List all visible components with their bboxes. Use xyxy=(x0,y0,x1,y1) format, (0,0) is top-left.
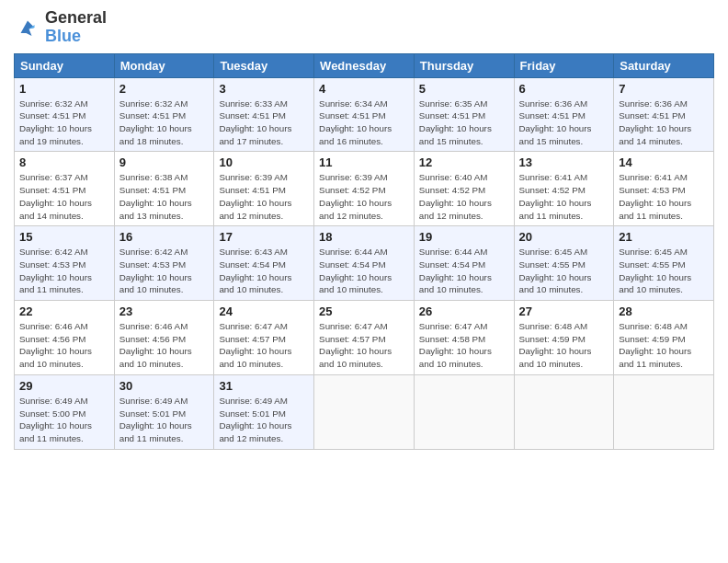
day-number: 3 xyxy=(219,82,309,96)
day-number: 27 xyxy=(519,304,609,318)
day-number: 22 xyxy=(19,304,109,318)
calendar-cell: 28Sunrise: 6:48 AM Sunset: 4:59 PM Dayli… xyxy=(614,301,714,375)
calendar-cell: 1Sunrise: 6:32 AM Sunset: 4:51 PM Daylig… xyxy=(15,77,115,152)
calendar-cell: 2Sunrise: 6:32 AM Sunset: 4:51 PM Daylig… xyxy=(114,77,214,152)
day-number: 7 xyxy=(619,82,709,96)
calendar-cell: 9Sunrise: 6:38 AM Sunset: 4:51 PM Daylig… xyxy=(114,152,214,226)
day-info: Sunrise: 6:48 AM Sunset: 4:59 PM Dayligh… xyxy=(519,320,609,371)
calendar-week-row: 22Sunrise: 6:46 AM Sunset: 4:56 PM Dayli… xyxy=(15,301,714,375)
calendar-cell: 10Sunrise: 6:39 AM Sunset: 4:51 PM Dayli… xyxy=(214,152,314,226)
day-info: Sunrise: 6:41 AM Sunset: 4:53 PM Dayligh… xyxy=(619,171,709,222)
day-info: Sunrise: 6:47 AM Sunset: 4:58 PM Dayligh… xyxy=(419,320,509,371)
calendar-cell: 20Sunrise: 6:45 AM Sunset: 4:55 PM Dayli… xyxy=(514,226,614,301)
calendar-cell xyxy=(514,374,614,449)
calendar-header-row: SundayMondayTuesdayWednesdayThursdayFrid… xyxy=(15,53,714,77)
calendar-cell xyxy=(414,374,514,449)
day-info: Sunrise: 6:45 AM Sunset: 4:55 PM Dayligh… xyxy=(619,246,709,296)
day-number: 29 xyxy=(19,379,109,393)
day-number: 21 xyxy=(619,230,709,244)
day-info: Sunrise: 6:42 AM Sunset: 4:53 PM Dayligh… xyxy=(19,246,109,296)
calendar-cell: 11Sunrise: 6:39 AM Sunset: 4:52 PM Dayli… xyxy=(314,152,415,226)
day-info: Sunrise: 6:44 AM Sunset: 4:54 PM Dayligh… xyxy=(419,246,509,296)
calendar-cell: 17Sunrise: 6:43 AM Sunset: 4:54 PM Dayli… xyxy=(214,226,314,301)
page: General Blue SundayMondayTuesdayWednesda… xyxy=(0,0,728,563)
calendar-cell: 29Sunrise: 6:49 AM Sunset: 5:00 PM Dayli… xyxy=(15,374,115,449)
calendar-header-tuesday: Tuesday xyxy=(214,53,314,77)
calendar-cell: 30Sunrise: 6:49 AM Sunset: 5:01 PM Dayli… xyxy=(114,374,214,449)
svg-marker-0 xyxy=(21,20,35,36)
day-info: Sunrise: 6:49 AM Sunset: 5:01 PM Dayligh… xyxy=(119,395,210,445)
calendar-cell: 15Sunrise: 6:42 AM Sunset: 4:53 PM Dayli… xyxy=(15,226,115,301)
calendar-header-sunday: Sunday xyxy=(15,53,115,77)
day-number: 23 xyxy=(119,304,210,318)
day-number: 19 xyxy=(419,230,509,244)
day-number: 13 xyxy=(519,155,609,169)
calendar-week-row: 1Sunrise: 6:32 AM Sunset: 4:51 PM Daylig… xyxy=(15,77,714,152)
day-info: Sunrise: 6:47 AM Sunset: 4:57 PM Dayligh… xyxy=(319,320,409,371)
calendar-cell: 8Sunrise: 6:37 AM Sunset: 4:51 PM Daylig… xyxy=(15,152,115,226)
calendar-cell: 4Sunrise: 6:34 AM Sunset: 4:51 PM Daylig… xyxy=(314,77,415,152)
day-number: 9 xyxy=(119,155,210,169)
day-info: Sunrise: 6:39 AM Sunset: 4:52 PM Dayligh… xyxy=(319,171,409,222)
calendar-cell: 18Sunrise: 6:44 AM Sunset: 4:54 PM Dayli… xyxy=(314,226,415,301)
day-number: 1 xyxy=(19,82,109,96)
calendar-header-saturday: Saturday xyxy=(614,53,714,77)
day-info: Sunrise: 6:41 AM Sunset: 4:52 PM Dayligh… xyxy=(519,171,609,222)
day-number: 2 xyxy=(119,82,210,96)
calendar-week-row: 29Sunrise: 6:49 AM Sunset: 5:00 PM Dayli… xyxy=(15,374,714,449)
logo-text-general: General xyxy=(45,9,107,28)
calendar-week-row: 15Sunrise: 6:42 AM Sunset: 4:53 PM Dayli… xyxy=(15,226,714,301)
day-number: 14 xyxy=(619,155,709,169)
logo: General Blue xyxy=(14,9,107,46)
day-number: 30 xyxy=(119,379,210,393)
day-info: Sunrise: 6:32 AM Sunset: 4:51 PM Dayligh… xyxy=(19,98,109,148)
calendar-cell: 25Sunrise: 6:47 AM Sunset: 4:57 PM Dayli… xyxy=(314,301,415,375)
day-info: Sunrise: 6:37 AM Sunset: 4:51 PM Dayligh… xyxy=(19,171,109,222)
calendar-cell: 6Sunrise: 6:36 AM Sunset: 4:51 PM Daylig… xyxy=(514,77,614,152)
calendar-cell: 21Sunrise: 6:45 AM Sunset: 4:55 PM Dayli… xyxy=(614,226,714,301)
calendar-cell: 13Sunrise: 6:41 AM Sunset: 4:52 PM Dayli… xyxy=(514,152,614,226)
calendar-cell: 23Sunrise: 6:46 AM Sunset: 4:56 PM Dayli… xyxy=(114,301,214,375)
calendar-cell: 5Sunrise: 6:35 AM Sunset: 4:51 PM Daylig… xyxy=(414,77,514,152)
logo-icon xyxy=(14,14,41,41)
calendar-cell: 16Sunrise: 6:42 AM Sunset: 4:53 PM Dayli… xyxy=(114,226,214,301)
day-info: Sunrise: 6:42 AM Sunset: 4:53 PM Dayligh… xyxy=(119,246,210,296)
calendar-cell: 12Sunrise: 6:40 AM Sunset: 4:52 PM Dayli… xyxy=(414,152,514,226)
header: General Blue xyxy=(14,9,714,46)
day-number: 12 xyxy=(419,155,509,169)
day-info: Sunrise: 6:46 AM Sunset: 4:56 PM Dayligh… xyxy=(19,320,109,371)
calendar-cell: 7Sunrise: 6:36 AM Sunset: 4:51 PM Daylig… xyxy=(614,77,714,152)
day-info: Sunrise: 6:32 AM Sunset: 4:51 PM Dayligh… xyxy=(119,98,210,148)
day-info: Sunrise: 6:38 AM Sunset: 4:51 PM Dayligh… xyxy=(119,171,210,222)
day-number: 20 xyxy=(519,230,609,244)
day-info: Sunrise: 6:36 AM Sunset: 4:51 PM Dayligh… xyxy=(519,98,609,148)
day-info: Sunrise: 6:36 AM Sunset: 4:51 PM Dayligh… xyxy=(619,98,709,148)
calendar-header-friday: Friday xyxy=(514,53,614,77)
calendar-table: SundayMondayTuesdayWednesdayThursdayFrid… xyxy=(14,53,714,450)
day-info: Sunrise: 6:45 AM Sunset: 4:55 PM Dayligh… xyxy=(519,246,609,296)
calendar-cell: 31Sunrise: 6:49 AM Sunset: 5:01 PM Dayli… xyxy=(214,374,314,449)
day-info: Sunrise: 6:39 AM Sunset: 4:51 PM Dayligh… xyxy=(219,171,309,222)
calendar-header-thursday: Thursday xyxy=(414,53,514,77)
day-info: Sunrise: 6:49 AM Sunset: 5:00 PM Dayligh… xyxy=(19,395,109,445)
day-number: 31 xyxy=(219,379,309,393)
day-number: 24 xyxy=(219,304,309,318)
day-info: Sunrise: 6:49 AM Sunset: 5:01 PM Dayligh… xyxy=(219,395,309,445)
day-info: Sunrise: 6:47 AM Sunset: 4:57 PM Dayligh… xyxy=(219,320,309,371)
day-number: 28 xyxy=(619,304,709,318)
day-number: 16 xyxy=(119,230,210,244)
day-info: Sunrise: 6:48 AM Sunset: 4:59 PM Dayligh… xyxy=(619,320,709,371)
calendar-cell: 27Sunrise: 6:48 AM Sunset: 4:59 PM Dayli… xyxy=(514,301,614,375)
calendar-cell: 24Sunrise: 6:47 AM Sunset: 4:57 PM Dayli… xyxy=(214,301,314,375)
day-number: 8 xyxy=(19,155,109,169)
calendar-week-row: 8Sunrise: 6:37 AM Sunset: 4:51 PM Daylig… xyxy=(15,152,714,226)
day-number: 26 xyxy=(419,304,509,318)
day-number: 4 xyxy=(319,82,409,96)
calendar-cell: 26Sunrise: 6:47 AM Sunset: 4:58 PM Dayli… xyxy=(414,301,514,375)
day-info: Sunrise: 6:35 AM Sunset: 4:51 PM Dayligh… xyxy=(419,98,509,148)
day-number: 6 xyxy=(519,82,609,96)
calendar-header-monday: Monday xyxy=(114,53,214,77)
day-info: Sunrise: 6:33 AM Sunset: 4:51 PM Dayligh… xyxy=(219,98,309,148)
day-info: Sunrise: 6:40 AM Sunset: 4:52 PM Dayligh… xyxy=(419,171,509,222)
day-info: Sunrise: 6:34 AM Sunset: 4:51 PM Dayligh… xyxy=(319,98,409,148)
